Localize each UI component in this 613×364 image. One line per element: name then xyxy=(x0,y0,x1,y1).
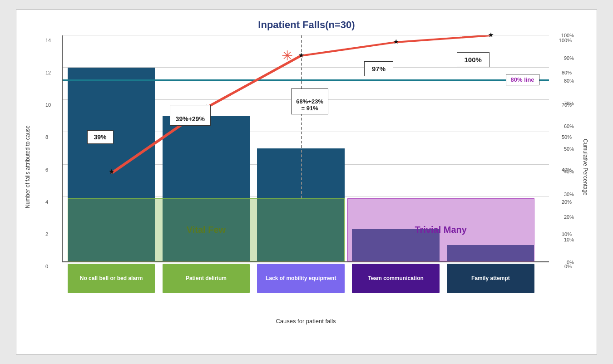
chart-main: 0 0% 2 10% 4 20% 6 40% 8 50% xyxy=(39,35,574,299)
grid-line-14: 14 100% xyxy=(63,35,549,35)
rtick-10: 10% xyxy=(564,237,574,242)
cat-label-5: Family attempt xyxy=(447,264,534,293)
x-axis-label: Causes for patient falls xyxy=(276,318,336,325)
rtick-100: 100% xyxy=(561,33,574,38)
cat-label-4: Team communication xyxy=(352,264,440,293)
star-burst: ✳ xyxy=(282,49,293,63)
annotation-100: 100% xyxy=(457,52,489,67)
trivial-many-band: Trivial Many xyxy=(347,198,534,261)
rtick-50: 50% xyxy=(564,146,574,152)
annotation-39: 39% xyxy=(87,130,114,144)
cat-label-3: Lack of mobility equipment xyxy=(257,264,345,293)
rtick-70: 70% xyxy=(564,101,574,106)
rtick-80: 80% xyxy=(564,78,574,84)
ytick-12: 12 xyxy=(45,70,51,75)
rtick-60: 60% xyxy=(564,123,574,129)
rtick-90: 90% xyxy=(564,55,574,61)
ytick-4: 4 xyxy=(45,199,48,205)
chart-container: Inpatient Falls(n=30) Number of falls at… xyxy=(16,10,597,354)
vital-few-band: Vital Few xyxy=(68,198,345,261)
rtick-40: 40% xyxy=(564,169,574,174)
ytick-0: 0 xyxy=(45,264,48,269)
annotation-68: 39%+29% xyxy=(170,105,211,126)
cat-label-1: No call bell or bed alarm xyxy=(68,264,155,293)
ytick-14: 14 xyxy=(45,38,51,43)
rtick-0: 0% xyxy=(567,260,574,265)
chart-title: Inpatient Falls(n=30) xyxy=(21,19,592,31)
ytick-6: 6 xyxy=(45,167,48,172)
dashed-line xyxy=(301,35,302,198)
grid-area: 0 0% 2 10% 4 20% 6 40% 8 50% xyxy=(62,35,549,262)
cat-label-2: Patient delirium xyxy=(163,264,250,293)
right-axis: 100% 90% 80% 70% 60% 50% 40% 30% 20% 10%… xyxy=(551,35,574,262)
y-axis-right-label: Cumulative Percentage xyxy=(578,35,592,299)
annotation-91: 68%+23%= 91% xyxy=(291,89,328,114)
y-axis-left-label: Number of falls attributed to cause xyxy=(21,35,35,299)
annotation-97: 97% xyxy=(364,61,393,76)
ytick-10: 10 xyxy=(45,102,51,108)
eighty-line xyxy=(63,79,549,81)
rtick-20: 20% xyxy=(564,214,574,220)
ytick-8: 8 xyxy=(45,134,48,140)
ytick-2: 2 xyxy=(45,231,48,237)
chart-area: Number of falls attributed to cause 0 0%… xyxy=(21,35,592,299)
data-point-4 xyxy=(393,39,399,44)
eighty-line-label: 80% line xyxy=(506,74,539,85)
rtick-30: 30% xyxy=(564,192,574,197)
